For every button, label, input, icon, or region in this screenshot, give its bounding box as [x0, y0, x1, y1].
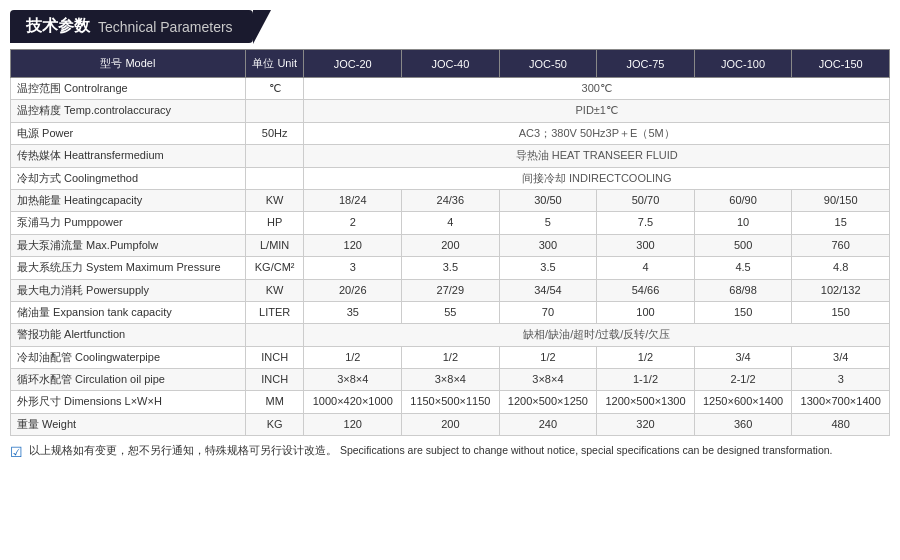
row-value: 760	[792, 234, 890, 256]
row-unit	[245, 145, 304, 167]
table-row: 循环水配管 Circulation oil pipeINCH3×8×43×8×4…	[11, 369, 890, 391]
row-value: 1300×700×1400	[792, 391, 890, 413]
header-zh-title: 技术参数	[26, 16, 90, 37]
row-value: 4	[597, 257, 695, 279]
row-value: 20/26	[304, 279, 402, 301]
row-value: 3/4	[694, 346, 792, 368]
row-value: 30/50	[499, 189, 597, 211]
row-value: 10	[694, 212, 792, 234]
row-value: 60/90	[694, 189, 792, 211]
row-value: 1-1/2	[597, 369, 695, 391]
table-row: 温控精度 Temp.controlaccuracyPID±1℃	[11, 100, 890, 122]
table-row: 最大泵浦流量 Max.PumpfolwL/MIN1202003003005007…	[11, 234, 890, 256]
row-span-value: 缺相/缺油/超时/过载/反转/欠压	[304, 324, 890, 346]
row-unit: KG/CM²	[245, 257, 304, 279]
row-value: 360	[694, 413, 792, 435]
row-unit: 50Hz	[245, 122, 304, 144]
row-value: 35	[304, 301, 402, 323]
row-unit: ℃	[245, 78, 304, 100]
table-section: 型号 Model单位 UnitJOC-20JOC-40JOC-50JOC-75J…	[0, 43, 900, 440]
row-label: 电源 Power	[11, 122, 246, 144]
row-value: 1200×500×1300	[597, 391, 695, 413]
row-value: 1000×420×1000	[304, 391, 402, 413]
row-value: 1/2	[499, 346, 597, 368]
row-value: 54/66	[597, 279, 695, 301]
row-label: 重量 Weight	[11, 413, 246, 435]
row-span-value: 导热油 HEAT TRANSEER FLUID	[304, 145, 890, 167]
row-unit: KW	[245, 279, 304, 301]
row-label: 循环水配管 Circulation oil pipe	[11, 369, 246, 391]
row-value: 70	[499, 301, 597, 323]
table-row: 重量 WeightKG120200240320360480	[11, 413, 890, 435]
row-value: 200	[402, 234, 500, 256]
row-label: 冷却方式 Coolingmethod	[11, 167, 246, 189]
row-value: 3	[304, 257, 402, 279]
footer-section: ☑ 以上规格如有变更，恕不另行通知，特殊规格可另行设计改造。 Specifica…	[0, 440, 900, 464]
table-row: 最大电力消耗 PowersupplyKW20/2627/2934/5454/66…	[11, 279, 890, 301]
table-row: 泵浦马力 PumppowerHP2457.51015	[11, 212, 890, 234]
row-value: 3×8×4	[402, 369, 500, 391]
row-value: 68/98	[694, 279, 792, 301]
table-row: 冷却油配管 CoolingwaterpipeINCH1/21/21/21/23/…	[11, 346, 890, 368]
row-value: 7.5	[597, 212, 695, 234]
row-label: 冷却油配管 Coolingwaterpipe	[11, 346, 246, 368]
row-value: 3/4	[792, 346, 890, 368]
row-label: 最大系统压力 System Maximum Pressure	[11, 257, 246, 279]
table-row: 加热能量 HeatingcapacityKW18/2424/3630/5050/…	[11, 189, 890, 211]
row-label: 温控精度 Temp.controlaccuracy	[11, 100, 246, 122]
row-label: 传热媒体 Heattransfermedium	[11, 145, 246, 167]
row-label: 储油量 Expansion tank capacity	[11, 301, 246, 323]
row-value: 150	[792, 301, 890, 323]
table-row: 冷却方式 Coolingmethod间接冷却 INDIRECTCOOLING	[11, 167, 890, 189]
row-value: 300	[499, 234, 597, 256]
row-value: 480	[792, 413, 890, 435]
row-unit	[245, 324, 304, 346]
header-section: 技术参数 Technical Parameters	[0, 0, 900, 43]
table-row: 储油量 Expansion tank capacityLITER35557010…	[11, 301, 890, 323]
row-label: 加热能量 Heatingcapacity	[11, 189, 246, 211]
row-value: 5	[499, 212, 597, 234]
row-value: 1/2	[304, 346, 402, 368]
row-label: 温控范围 Controlrange	[11, 78, 246, 100]
row-label: 最大电力消耗 Powersupply	[11, 279, 246, 301]
header-en-title: Technical Parameters	[98, 19, 233, 35]
row-value: 3.5	[402, 257, 500, 279]
table-row: 警报功能 Alertfunction缺相/缺油/超时/过载/反转/欠压	[11, 324, 890, 346]
row-span-value: PID±1℃	[304, 100, 890, 122]
table-row: 外形尺寸 Dimensions L×W×HMM1000×420×10001150…	[11, 391, 890, 413]
row-value: 4.5	[694, 257, 792, 279]
row-value: 3.5	[499, 257, 597, 279]
row-value: 3×8×4	[304, 369, 402, 391]
column-header: 单位 Unit	[245, 50, 304, 78]
footer-text: 以上规格如有变更，恕不另行通知，特殊规格可另行设计改造。 Specificati…	[29, 444, 833, 458]
row-value: 102/132	[792, 279, 890, 301]
row-value: 300	[597, 234, 695, 256]
row-span-value: 间接冷却 INDIRECTCOOLING	[304, 167, 890, 189]
row-unit: INCH	[245, 346, 304, 368]
row-label: 外形尺寸 Dimensions L×W×H	[11, 391, 246, 413]
column-header: 型号 Model	[11, 50, 246, 78]
column-header: JOC-75	[597, 50, 695, 78]
spec-table: 型号 Model单位 UnitJOC-20JOC-40JOC-50JOC-75J…	[10, 49, 890, 436]
row-value: 1/2	[402, 346, 500, 368]
table-row: 最大系统压力 System Maximum PressureKG/CM²33.5…	[11, 257, 890, 279]
row-unit	[245, 100, 304, 122]
table-row: 传热媒体 Heattransfermedium导热油 HEAT TRANSEER…	[11, 145, 890, 167]
row-value: 3×8×4	[499, 369, 597, 391]
row-value: 320	[597, 413, 695, 435]
column-header: JOC-40	[402, 50, 500, 78]
column-header: JOC-100	[694, 50, 792, 78]
table-row: 电源 Power50HzAC3；380V 50Hz3P＋E（5M）	[11, 122, 890, 144]
row-value: 120	[304, 413, 402, 435]
column-header: JOC-50	[499, 50, 597, 78]
row-value: 27/29	[402, 279, 500, 301]
row-span-value: 300℃	[304, 78, 890, 100]
row-value: 24/36	[402, 189, 500, 211]
check-icon: ☑	[10, 444, 23, 460]
row-unit: INCH	[245, 369, 304, 391]
row-label: 泵浦马力 Pumppower	[11, 212, 246, 234]
row-value: 34/54	[499, 279, 597, 301]
table-row: 温控范围 Controlrange℃300℃	[11, 78, 890, 100]
row-unit	[245, 167, 304, 189]
row-label: 警报功能 Alertfunction	[11, 324, 246, 346]
